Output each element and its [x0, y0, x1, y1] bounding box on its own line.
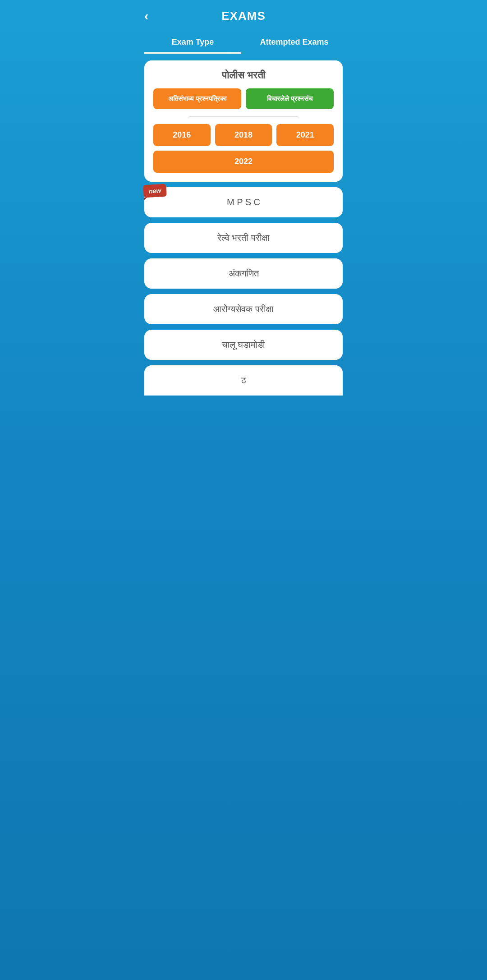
divider	[189, 116, 298, 117]
year-2021-btn[interactable]: 2021	[276, 124, 334, 146]
police-btn-group: अतिसंभाव्य प्रश्नपत्रिका विचारलेले प्रश्…	[153, 88, 334, 109]
mpsc-label: M P S C	[227, 197, 260, 207]
new-badge: new	[143, 184, 167, 198]
main-content: पोलीस भरती अतिसंभाव्य प्रश्नपत्रिका विचा…	[135, 54, 352, 402]
partial-card[interactable]: ठ	[144, 365, 343, 396]
arithmetic-card[interactable]: अंकगणित	[144, 258, 343, 289]
asked-questions-btn[interactable]: विचारलेले प्रश्नसंच	[246, 88, 334, 109]
police-card-title: पोलीस भरती	[153, 69, 334, 81]
year-2022-btn[interactable]: 2022	[153, 151, 334, 173]
question-paper-btn[interactable]: अतिसंभाव्य प्रश्नपत्रिका	[153, 88, 241, 109]
year-2018-btn[interactable]: 2018	[215, 124, 272, 146]
tab-attempted-exams[interactable]: Attempted Exams	[246, 32, 343, 54]
mpsc-card[interactable]: new M P S C	[144, 187, 343, 217]
year-buttons-row: 2016 2018 2021	[153, 124, 334, 146]
current-affairs-label: चालू घडामोडी	[222, 340, 266, 350]
tab-bar: Exam Type Attempted Exams	[135, 28, 352, 54]
tab-exam-type[interactable]: Exam Type	[144, 32, 241, 54]
back-button[interactable]: ‹	[144, 10, 148, 23]
page-title: EXAMS	[221, 9, 265, 23]
year-2016-btn[interactable]: 2016	[153, 124, 211, 146]
header: ‹ EXAMS	[135, 0, 352, 28]
current-affairs-card[interactable]: चालू घडामोडी	[144, 330, 343, 360]
railway-label: रेल्वे भरती परीक्षा	[217, 233, 270, 243]
partial-label: ठ	[241, 375, 246, 385]
police-card: पोलीस भरती अतिसंभाव्य प्रश्नपत्रिका विचा…	[144, 60, 343, 182]
arithmetic-label: अंकगणित	[229, 268, 259, 278]
health-worker-card[interactable]: आरोग्यसेवक परीक्षा	[144, 294, 343, 324]
health-worker-label: आरोग्यसेवक परीक्षा	[213, 304, 274, 314]
railway-card[interactable]: रेल्वे भरती परीक्षा	[144, 223, 343, 253]
